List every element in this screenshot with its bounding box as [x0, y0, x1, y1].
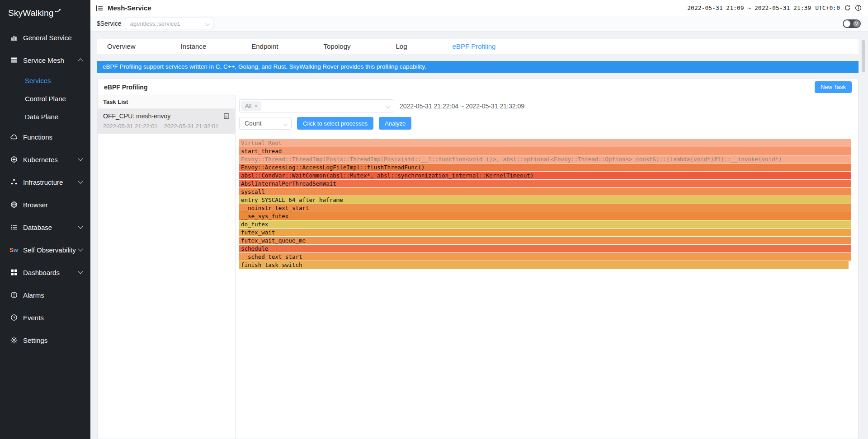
sidebar-item-settings[interactable]: Settings — [0, 329, 90, 351]
sidebar-item-label: Dashboards — [23, 269, 60, 276]
flame-frame[interactable]: __se_sys_futex — [239, 212, 851, 220]
chevron-down-icon — [78, 246, 83, 251]
sidebar-item-label: Settings — [23, 336, 47, 344]
dashboards-icon — [10, 269, 18, 276]
scrollbar-thumb[interactable] — [862, 40, 865, 72]
sidebar-item-service-mesh[interactable]: Service Mesh — [0, 49, 90, 71]
new-task-button[interactable]: New Task — [815, 81, 852, 93]
events-icon — [10, 314, 18, 322]
collapse-sidebar-icon[interactable] — [96, 5, 103, 12]
task-start-time: 2022-05-31 21:22:01 — [103, 123, 158, 130]
flame-graph: Virtual Rootstart_threadEnvoy::Thread::T… — [239, 139, 851, 269]
refresh-icon[interactable] — [844, 5, 851, 11]
tab-topology[interactable]: Topology — [323, 42, 350, 50]
flame-frame[interactable]: AbslInternalPerThreadSemWait — [239, 180, 851, 187]
globe-icon — [10, 201, 18, 209]
chevron-down-icon — [78, 156, 83, 161]
app-logo[interactable]: SkyWalking — [0, 0, 90, 26]
sidebar-item-label: Browser — [23, 201, 48, 209]
panel-title: eBPF Profiling — [104, 84, 147, 91]
sidebar-item-database[interactable]: Database — [0, 216, 90, 238]
sidebar-item-kubernetes[interactable]: Kubernetes — [0, 148, 90, 171]
flame-frame[interactable]: futex_wait — [239, 229, 851, 236]
top-header: Mesh-Service 2022-05-31 21:09 ~ 2022-05-… — [90, 0, 868, 16]
sidebar-item-browser[interactable]: Browser — [0, 193, 90, 216]
sidebar-item-data-plane[interactable]: Data Plane — [0, 107, 90, 126]
sidebar-item-general-service[interactable]: General Service — [0, 26, 90, 49]
version-toggle[interactable]: V — [843, 19, 861, 28]
timezone-control[interactable]: UTC+0:0 — [815, 5, 840, 11]
chevron-up-icon — [78, 58, 83, 63]
flame-frame[interactable]: syscall — [239, 188, 851, 196]
tab-instance[interactable]: Instance — [181, 42, 207, 50]
app-logo-text: SkyWalking — [8, 8, 54, 18]
task-list-header: Task List — [98, 95, 235, 109]
aggregation-select[interactable]: Count — [239, 117, 292, 130]
sidebar-item-dashboards[interactable]: Dashboards — [0, 261, 90, 284]
sidebar-item-events[interactable]: Events — [0, 306, 90, 329]
sidebar: SkyWalking General ServiceService MeshSe… — [0, 0, 90, 439]
task-list-body: OFF_CPU: mesh-envoy2022-05-31 21:22:0120… — [98, 109, 235, 134]
service-select[interactable]: agentless::service1 — [125, 18, 213, 29]
flame-frame[interactable]: finish_task_switch — [239, 261, 849, 269]
sidebar-item-alarms[interactable]: Alarms — [0, 284, 90, 306]
time-range-picker[interactable]: 2022-05-31 21:09 ~ 2022-05-31 21:39 — [687, 5, 811, 11]
flame-frame[interactable]: Virtual Root — [239, 139, 851, 147]
tab-endpoint[interactable]: Endpoint — [251, 42, 278, 50]
aggregation-select-value: Count — [245, 120, 261, 127]
info-icon[interactable] — [855, 5, 862, 11]
flame-frame[interactable]: __noinstr_text_start — [239, 204, 851, 212]
sidebar-item-functions[interactable]: Functions — [0, 126, 90, 148]
select-processes-button[interactable]: Click to select processes — [297, 117, 373, 130]
analysis-time-range: 2022-05-31 21:22:04 ~ 2022-05-31 21:32:0… — [400, 103, 524, 110]
ebpf-banner: eBPF Profiling support services written … — [97, 61, 859, 73]
task-name: OFF_CPU: mesh-envoy — [103, 112, 170, 120]
panel-header: eBPF Profiling New Task — [98, 79, 858, 95]
flame-frame[interactable]: Envoy::Thread::ThreadImplPosix::ThreadIm… — [239, 155, 851, 163]
sidebar-item-services[interactable]: Services — [0, 71, 90, 89]
analysis-toolbar-row2: Count Click to select processes Analyze — [239, 117, 851, 130]
scope-tag: All × — [241, 101, 261, 111]
sidebar-item-control-plane[interactable]: Control Plane — [0, 89, 90, 107]
flame-frame[interactable]: do_futex — [239, 220, 851, 228]
tab-ebpf-profiling[interactable]: eBPF Profiling — [453, 42, 496, 50]
flame-frame[interactable]: schedule — [239, 245, 851, 252]
sidebar-item-self-observability[interactable]: SwSelf Observability — [0, 238, 90, 261]
cloud-icon — [10, 133, 18, 141]
alarm-icon — [10, 291, 18, 299]
sidebar-item-label: Kubernetes — [23, 156, 58, 163]
service-select-label: $Service — [97, 20, 121, 27]
page-title: Mesh-Service — [108, 4, 151, 12]
task-log-icon[interactable] — [223, 113, 230, 119]
main-area: Mesh-Service 2022-05-31 21:09 ~ 2022-05-… — [90, 0, 868, 439]
mesh-icon — [10, 56, 18, 64]
flame-frame[interactable]: __sched_text_start — [239, 253, 851, 261]
task-list-item[interactable]: OFF_CPU: mesh-envoy2022-05-31 21:22:0120… — [98, 109, 235, 134]
flame-frame[interactable]: futex_wait_queue_me — [239, 237, 851, 244]
gear-icon — [10, 336, 18, 344]
panel-body: Task List OFF_CPU: mesh-envoy2022-05-31 … — [98, 95, 858, 439]
flame-frame[interactable]: Envoy::AccessLog::AccessLogFileImpl::flu… — [239, 163, 851, 171]
service-select-value: agentless::service1 — [130, 20, 180, 27]
flame-frame[interactable]: entry_SYSCALL_64_after_hwframe — [239, 196, 851, 204]
chevron-down-icon — [78, 224, 83, 229]
sidebar-item-label: Services — [25, 77, 51, 84]
sidebar-item-label: Infrastructure — [23, 178, 63, 186]
flame-frame[interactable]: absl::CondVar::WaitCommon(absl::Mutex*, … — [239, 172, 851, 179]
chevron-down-icon — [283, 122, 288, 126]
sidebar-item-label: Functions — [23, 133, 52, 141]
sidebar-item-label: Alarms — [23, 291, 44, 299]
flame-frame[interactable]: start_thread — [239, 147, 851, 155]
tab-log[interactable]: Log — [396, 42, 407, 50]
tab-overview[interactable]: Overview — [107, 42, 136, 50]
tag-close-icon[interactable]: × — [253, 103, 259, 109]
sidebar-item-infrastructure[interactable]: Infrastructure — [0, 171, 90, 193]
chevron-down-icon — [205, 22, 210, 26]
sidebar-item-label: Control Plane — [25, 95, 66, 103]
version-badge: V — [853, 20, 860, 27]
process-scope-select[interactable]: All × — [239, 99, 394, 112]
chevron-down-icon — [78, 269, 83, 274]
analyze-button[interactable]: Analyze — [379, 117, 411, 130]
database-icon — [10, 224, 18, 231]
tab-bar: OverviewInstanceEndpointTopologyLogeBPF … — [97, 39, 859, 54]
